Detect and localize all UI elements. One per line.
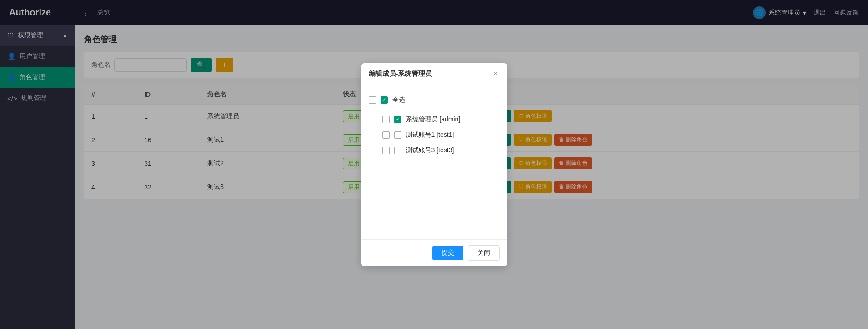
submit-button[interactable]: 提交 (432, 246, 463, 260)
member-checkbox-outer[interactable] (382, 116, 390, 123)
member-checkbox[interactable] (394, 131, 401, 139)
dash-icon: − (370, 96, 374, 104)
modal-close-button[interactable]: × (491, 70, 500, 78)
members-list: ✓ 系统管理员 [admin] 测试账号1 [test1] 测试账号3 [tes… (369, 112, 500, 158)
member-checkbox[interactable]: ✓ (394, 116, 401, 123)
member-label: 测试账号3 [test3] (406, 146, 454, 155)
modal-title: 编辑成员-系统管理员 (369, 70, 432, 78)
member-label: 系统管理员 [admin] (406, 115, 461, 124)
select-all-row[interactable]: − ✓ 全选 (369, 92, 500, 108)
modal-body: − ✓ 全选 ✓ 系统管理员 [admin] (361, 85, 507, 239)
member-label: 测试账号1 [test1] (406, 131, 454, 139)
select-all-label: 全选 (392, 96, 405, 104)
modal-header: 编辑成员-系统管理员 × (361, 63, 507, 85)
member-row[interactable]: 测试账号3 [test3] (369, 143, 500, 158)
member-row[interactable]: 测试账号1 [test1] (369, 127, 500, 143)
edit-members-modal: 编辑成员-系统管理员 × − ✓ 全选 ✓ 系统管理 (361, 63, 507, 266)
modal-overlay[interactable]: 编辑成员-系统管理员 × − ✓ 全选 ✓ 系统管理 (0, 0, 868, 329)
member-checkbox[interactable] (394, 147, 401, 154)
checkmark-icon: ✓ (396, 116, 400, 122)
select-all-checked-icon[interactable]: ✓ (381, 96, 388, 104)
select-all-checkbox[interactable]: − (369, 96, 376, 104)
modal-footer: 提交 关闭 (361, 239, 507, 266)
separator (369, 110, 500, 110)
member-row[interactable]: ✓ 系统管理员 [admin] (369, 112, 500, 127)
checkmark-icon: ✓ (382, 97, 386, 103)
member-checkbox-outer[interactable] (382, 131, 390, 139)
close-modal-button[interactable]: 关闭 (468, 245, 500, 261)
member-checkbox-outer[interactable] (382, 147, 390, 154)
